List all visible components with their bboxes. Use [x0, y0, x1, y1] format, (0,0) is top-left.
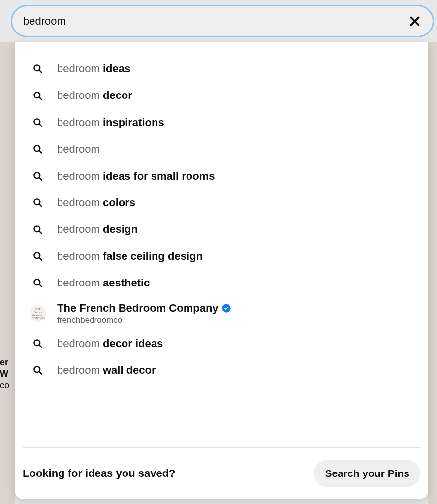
- suggestion-text: bedroom ideas for small rooms: [57, 170, 215, 183]
- suggestion-item[interactable]: bedroom design: [15, 216, 428, 243]
- profile-handle: frenchbedroomco: [57, 315, 231, 325]
- suggestion-item[interactable]: bedroom decor: [15, 82, 428, 109]
- search-input[interactable]: [23, 15, 408, 28]
- suggestion-text: bedroom decor: [57, 89, 132, 102]
- svg-line-1: [39, 70, 42, 73]
- search-icon: [32, 63, 43, 74]
- suggestion-item[interactable]: bedroom ideas for small rooms: [15, 163, 428, 189]
- search-icon: [32, 91, 43, 101]
- suggestion-text: bedroom inspirations: [57, 116, 164, 129]
- svg-line-13: [39, 231, 42, 233]
- suggestion-item[interactable]: bedroom wall decor: [15, 357, 428, 383]
- svg-line-3: [39, 97, 42, 99]
- close-icon: [408, 15, 421, 28]
- verified-badge-icon: [221, 303, 231, 313]
- search-icon: [32, 224, 43, 235]
- svg-line-19: [39, 345, 42, 347]
- search-icon: [32, 117, 43, 128]
- svg-line-15: [39, 258, 42, 260]
- suggestion-text: bedroom decor ideas: [57, 337, 163, 350]
- svg-line-21: [39, 372, 42, 374]
- clear-search-button[interactable]: [408, 14, 422, 28]
- background-text-fragment: erWco: [0, 357, 9, 391]
- suggestion-profile-item[interactable]: THEFrenchBedroomCOMPANYThe French Bedroo…: [15, 297, 428, 330]
- suggestion-item[interactable]: bedroom aesthetic: [15, 270, 428, 296]
- suggestion-text: bedroom false ceiling design: [57, 250, 203, 263]
- search-icon: [32, 338, 43, 349]
- search-suggestions-dropdown: bedroom ideasbedroom decorbedroom inspir…: [15, 42, 428, 499]
- svg-line-11: [39, 204, 42, 207]
- profile-text-block: The French Bedroom Companyfrenchbedroomc…: [57, 302, 231, 325]
- suggestion-text: bedroom design: [57, 223, 138, 236]
- suggestion-text: bedroom ideas: [57, 63, 130, 75]
- suggestion-item[interactable]: bedroom false ceiling design: [15, 243, 428, 270]
- suggestions-list: bedroom ideasbedroom decorbedroom inspir…: [15, 56, 428, 443]
- svg-line-7: [39, 151, 42, 153]
- suggestion-text: bedroom wall decor: [57, 364, 156, 377]
- svg-line-5: [39, 124, 42, 126]
- profile-name: The French Bedroom Company: [57, 302, 218, 315]
- dropdown-footer: Looking for ideas you saved? Search your…: [23, 447, 420, 499]
- search-icon: [32, 365, 43, 376]
- background-right-strip: [428, 42, 437, 504]
- suggestion-item[interactable]: bedroom: [15, 136, 428, 162]
- svg-line-17: [39, 284, 42, 287]
- suggestion-item[interactable]: bedroom decor ideas: [15, 330, 428, 357]
- search-icon: [32, 278, 43, 288]
- svg-line-9: [39, 177, 42, 180]
- suggestion-item[interactable]: bedroom colors: [15, 189, 428, 216]
- profile-avatar: THEFrenchBedroomCOMPANY: [30, 305, 46, 322]
- search-your-pins-button[interactable]: Search your Pins: [314, 460, 420, 487]
- suggestion-item[interactable]: bedroom inspirations: [15, 109, 428, 136]
- search-icon: [32, 197, 43, 208]
- search-icon: [32, 171, 43, 182]
- suggestion-text: bedroom colors: [57, 196, 135, 209]
- search-icon: [32, 251, 43, 262]
- background-left-strip: erWco: [0, 42, 15, 504]
- search-icon: [32, 144, 43, 155]
- suggestion-text: bedroom aesthetic: [57, 277, 150, 289]
- suggestion-text: bedroom: [57, 143, 100, 156]
- suggestion-item[interactable]: bedroom ideas: [15, 56, 428, 82]
- footer-prompt: Looking for ideas you saved?: [23, 467, 176, 480]
- search-bar[interactable]: [11, 5, 434, 37]
